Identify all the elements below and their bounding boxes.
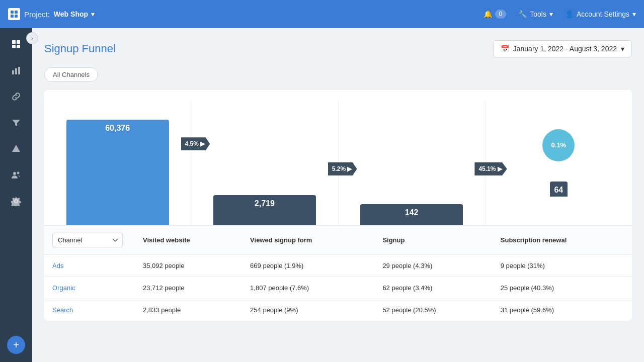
viewed-column-header: Viewed signup form [242, 226, 374, 255]
date-range-picker[interactable]: 📅 January 1, 2022 - August 3, 2022 ▾ [493, 40, 632, 57]
signup-cell: 52 people (20.5%) [374, 299, 492, 321]
renewal-cell: 9 people (31%) [493, 255, 632, 277]
filter-bar: All Channels [44, 67, 632, 82]
renewal-cell: 25 people (40.3%) [493, 277, 632, 299]
add-button[interactable]: + [7, 336, 25, 354]
sidebar-item-links[interactable] [4, 84, 28, 109]
calendar-icon: 📅 [501, 45, 509, 53]
funnel-table: Channel Visited website Viewed signup fo… [44, 226, 632, 321]
signup-cell: 29 people (4.3%) [374, 255, 492, 277]
funnel-bar-signup: 142 [360, 204, 463, 225]
svg-rect-5 [17, 40, 20, 44]
svg-rect-10 [18, 67, 20, 74]
svg-rect-1 [15, 11, 18, 14]
funnel-bar-renewal: 64 [550, 182, 568, 197]
project-label: Project: [24, 10, 50, 19]
visited-column-header: Visited website [135, 226, 242, 255]
sidebar: › + [0, 28, 32, 362]
project-icon [8, 8, 20, 20]
chevron-down-icon: ▾ [549, 10, 553, 18]
conversion-arrow-2: 5.2% ▶ [328, 162, 357, 175]
channel-column-header: Channel [44, 226, 135, 255]
wrench-icon: 🔧 [518, 10, 527, 18]
sidebar-toggle[interactable]: › [26, 32, 38, 44]
chevron-down-icon: ▾ [632, 10, 636, 18]
sidebar-item-dashboard[interactable] [4, 32, 28, 56]
funnel-column-viewed: 2,719 5.2% ▶ [191, 100, 338, 225]
svg-point-13 [17, 172, 20, 174]
conversion-circle-badge: 0.1% [542, 129, 575, 161]
account-label: Account Settings [577, 10, 629, 18]
channel-link[interactable]: Organic [52, 284, 75, 292]
project-selector[interactable]: Web Shop ▾ [54, 10, 95, 18]
notification-count: 0 [495, 10, 507, 19]
funnel-bar-visited: 60,376 [66, 120, 169, 225]
funnel-column-renewal: 0.1% 64 [486, 100, 632, 225]
svg-rect-9 [15, 68, 17, 74]
page-title: Signup Funnel [44, 42, 116, 55]
tools-label: Tools [530, 10, 546, 18]
svg-rect-4 [12, 40, 16, 44]
user-icon: 👤 [565, 10, 574, 18]
visited-cell: 35,092 people [135, 255, 242, 277]
notifications-button[interactable]: 🔔 0 [484, 10, 507, 19]
channel-cell: Ads [44, 255, 135, 277]
renewal-column-header: Subscription renewal [493, 226, 632, 255]
bell-icon: 🔔 [484, 10, 492, 18]
funnel-chart-container: 60,376 4.5% ▶ 2,719 5.2% ▶ [44, 90, 632, 321]
svg-point-12 [13, 172, 16, 175]
svg-rect-2 [11, 15, 14, 18]
visited-cell: 23,712 people [135, 277, 242, 299]
channel-cell: Organic [44, 277, 135, 299]
all-channels-filter[interactable]: All Channels [44, 67, 98, 82]
viewed-cell: 1,807 people (7.6%) [242, 277, 374, 299]
conversion-arrow-3: 45.1% ▶ [474, 162, 507, 175]
visited-cell: 2,833 people [135, 299, 242, 321]
viewed-cell: 669 people (1.9%) [242, 255, 374, 277]
main-content: Signup Funnel 📅 January 1, 2022 - August… [32, 28, 644, 362]
sidebar-item-users[interactable] [4, 163, 28, 187]
chevron-down-icon: ▾ [91, 10, 95, 18]
table-row: Organic 23,712 people 1,807 people (7.6%… [44, 277, 632, 299]
signup-column-header: Signup [374, 226, 492, 255]
svg-rect-3 [15, 15, 18, 18]
sidebar-item-alerts[interactable] [4, 137, 28, 161]
top-navigation: Project: Web Shop ▾ 🔔 0 🔧 Tools ▾ 👤 Acco… [0, 0, 644, 28]
date-range-label: January 1, 2022 - August 3, 2022 [513, 45, 617, 53]
conversion-arrow-1: 4.5% ▶ [181, 137, 210, 150]
tools-button[interactable]: 🔧 Tools ▾ [518, 10, 553, 18]
sidebar-item-charts[interactable] [4, 58, 28, 82]
sidebar-item-settings[interactable] [4, 189, 28, 213]
funnel-chart: 60,376 4.5% ▶ 2,719 5.2% ▶ [44, 90, 632, 226]
funnel-column-signup: 142 45.1% ▶ [339, 100, 486, 225]
svg-rect-7 [17, 45, 20, 48]
funnel-column-visited: 60,376 4.5% ▶ [44, 100, 191, 225]
svg-rect-0 [11, 11, 14, 14]
sidebar-item-filter[interactable] [4, 111, 28, 135]
channel-cell: Search [44, 299, 135, 321]
svg-rect-8 [12, 70, 14, 74]
viewed-cell: 254 people (9%) [242, 299, 374, 321]
project-name: Web Shop [54, 10, 88, 18]
account-settings-button[interactable]: 👤 Account Settings ▾ [565, 10, 636, 18]
signup-cell: 62 people (3.4%) [374, 277, 492, 299]
funnel-bar-viewed: 2,719 [213, 195, 316, 225]
channel-link[interactable]: Search [52, 306, 73, 314]
channel-dropdown[interactable]: Channel [52, 233, 123, 247]
table-row: Search 2,833 people 254 people (9%) 52 p… [44, 299, 632, 321]
table-row: Ads 35,092 people 669 people (1.9%) 29 p… [44, 255, 632, 277]
renewal-cell: 31 people (59.6%) [493, 299, 632, 321]
page-header: Signup Funnel 📅 January 1, 2022 - August… [44, 40, 632, 57]
channel-link[interactable]: Ads [52, 262, 63, 269]
svg-rect-6 [12, 45, 16, 48]
chevron-down-icon: ▾ [621, 45, 624, 53]
svg-point-11 [16, 150, 17, 151]
